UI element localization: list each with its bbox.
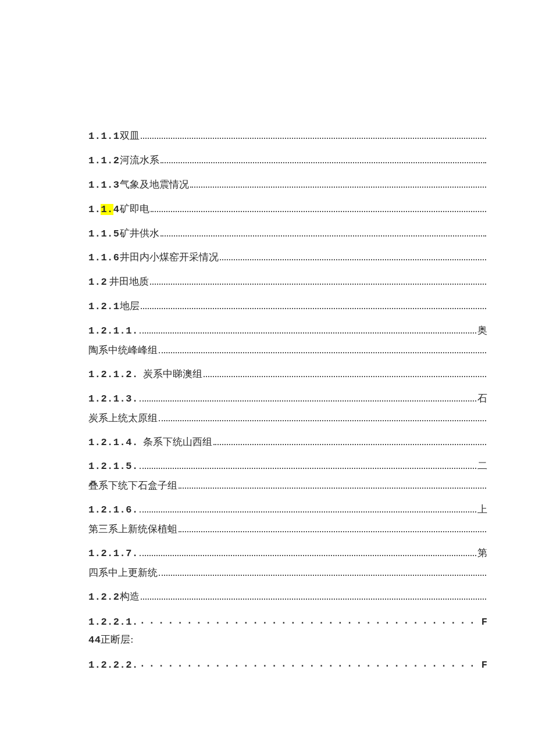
toc-sub-text: 正断层: <box>101 634 133 645</box>
toc-leader-dots <box>159 575 486 576</box>
toc-title: 地层 <box>120 298 140 315</box>
toc-tail: F <box>482 657 487 674</box>
toc-leader-dots <box>140 555 476 556</box>
toc-line: 1.2.1.4. 条系下统山西组 <box>88 434 487 452</box>
toc-leader-dots <box>141 138 486 139</box>
toc-number: 1.1.4 <box>88 202 120 218</box>
toc-leader-dots <box>159 420 486 421</box>
highlighted-text: 1. <box>101 204 113 215</box>
toc-number: 1.2.1.7. <box>88 546 138 562</box>
toc-continuation-line: 第三系上新统保植蛆 <box>88 521 487 538</box>
toc-leader-dots <box>204 376 486 377</box>
toc-entry: 1.2.1.3.石炭系上统太原组 <box>88 390 487 427</box>
toc-entry: 1.2.2.1.F44正断层: <box>88 613 487 649</box>
toc-leader-dots <box>140 468 476 469</box>
toc-line: 1.2.1.2. 炭系中睇澳组 <box>88 366 487 384</box>
toc-entry: 1.1.6井田内小煤窑开采情况 <box>88 249 487 267</box>
toc-tail: 二 <box>477 458 487 475</box>
toc-number: 1.1.5 <box>88 226 120 243</box>
toc-number: 1.2.2 <box>88 589 120 606</box>
toc-entry: 1.2.2构造 <box>88 589 487 606</box>
toc-entry: 1.2.1.4. 条系下统山西组 <box>88 434 487 452</box>
toc-entry: 1.2 井田地质 <box>88 274 487 291</box>
toc-number: 1.2.1.6. <box>88 502 138 519</box>
toc-line: 1.2.1.7.第 <box>88 545 487 562</box>
toc-entry: 1.1.3气象及地震情况 <box>88 177 487 194</box>
toc-tail: F <box>482 614 487 631</box>
toc-entry: 1.1.4矿即电 <box>88 201 487 218</box>
toc-line: 1.2.2.1.F <box>88 613 487 631</box>
toc-line: 1.1.4矿即电 <box>88 201 487 218</box>
toc-number: 1.2 <box>88 274 107 291</box>
toc-entry: 1.1.2河流水系 <box>88 152 487 170</box>
toc-title: 条系下统山西组 <box>138 434 213 451</box>
toc-title: 双皿 <box>120 128 140 145</box>
toc-line: 1.2.1.5.二 <box>88 458 487 475</box>
toc-leader-dots <box>160 162 486 163</box>
toc-continuation-line: 叠系下统下石盒子组 <box>88 478 487 495</box>
toc-number: 1.2.2.1. <box>88 614 138 631</box>
toc-leader-dots <box>140 613 480 625</box>
toc-leader-dots <box>141 599 486 600</box>
toc-page: 1.1.1双皿1.1.2河流水系1.1.3气象及地震情况1.1.4矿即电1.1.… <box>0 0 535 756</box>
toc-leader-dots <box>179 531 486 532</box>
toc-number: 1.2.1.4. <box>88 435 138 452</box>
toc-title: 矿即电 <box>120 201 149 218</box>
toc-leader-dots <box>213 444 486 445</box>
toc-title: 井田内小煤窑开采情况 <box>120 249 219 266</box>
toc-continuation-text: 四系中上更新统 <box>88 565 158 582</box>
toc-tail: 上 <box>477 501 487 518</box>
toc-number: 1.2.1.2. <box>88 367 138 384</box>
toc-number: 1.2.1.3. <box>88 391 138 408</box>
toc-title: 矿井供水 <box>120 225 159 242</box>
toc-title: 构造 <box>120 589 140 605</box>
toc-title: 气象及地震情况 <box>120 177 189 194</box>
toc-leader-dots <box>140 400 476 402</box>
toc-number: 1.1.3 <box>88 177 120 194</box>
toc-tail: 石 <box>477 390 487 407</box>
toc-continuation-text: 炭系上统太原组 <box>88 410 158 427</box>
toc-sub-line: 44正断层: <box>88 632 487 649</box>
toc-title: 炭系中睇澳组 <box>138 366 203 383</box>
toc-entry: 1.2.1.7.第四系中上更新统 <box>88 545 487 582</box>
toc-line: 1.1.6井田内小煤窑开采情况 <box>88 249 487 267</box>
toc-number: 1.1.1 <box>88 128 120 145</box>
toc-line: 1.2 井田地质 <box>88 274 487 291</box>
toc-leader-dots <box>179 488 486 489</box>
toc-number: 1.2.1.1. <box>88 323 138 340</box>
toc-line: 1.2.2.2.F <box>88 656 487 674</box>
toc-continuation-text: 陶系中统峰峰组 <box>88 342 158 359</box>
toc-leader-dots <box>140 332 476 334</box>
toc-entry: 1.2.1.2. 炭系中睇澳组 <box>88 366 487 384</box>
toc-entry: 1.2.2.2.F <box>88 656 487 674</box>
toc-tail: 奥 <box>477 323 487 339</box>
toc-entry: 1.1.1双皿 <box>88 128 487 145</box>
toc-leader-dots <box>190 187 486 188</box>
toc-continuation-line: 炭系上统太原组 <box>88 410 487 427</box>
toc-line: 1.1.5矿井供水 <box>88 225 487 243</box>
toc-title: 井田地质 <box>107 274 149 291</box>
toc-tail: 第 <box>477 545 487 562</box>
toc-line: 1.2.1.3.石 <box>88 390 487 408</box>
toc-line: 1.1.1双皿 <box>88 128 487 145</box>
toc-leader-dots <box>150 284 486 285</box>
toc-number: 1.2.1 <box>88 299 120 316</box>
toc-continuation-line: 四系中上更新统 <box>88 565 487 582</box>
toc-leader-dots <box>140 656 480 668</box>
toc-leader-dots <box>140 511 476 513</box>
toc-line: 1.2.1.6.上 <box>88 501 487 519</box>
toc-leader-dots <box>220 259 486 260</box>
toc-line: 1.1.2河流水系 <box>88 152 487 170</box>
toc-number: 1.2.2.2. <box>88 657 138 674</box>
toc-number: 1.1.6 <box>88 250 120 267</box>
toc-leader-dots <box>151 211 486 212</box>
toc-entry: 1.2.1.1.奥陶系中统峰峰组 <box>88 323 487 359</box>
toc-line: 1.2.2构造 <box>88 589 487 606</box>
toc-number: 1.1.2 <box>88 153 120 170</box>
toc-line: 1.2.1.1.奥 <box>88 323 487 340</box>
toc-leader-dots <box>141 308 486 309</box>
toc-title: 河流水系 <box>120 152 159 169</box>
toc-container: 1.1.1双皿1.1.2河流水系1.1.3气象及地震情况1.1.4矿即电1.1.… <box>88 128 487 674</box>
toc-continuation-line: 陶系中统峰峰组 <box>88 342 487 359</box>
toc-entry: 1.2.1.5.二叠系下统下石盒子组 <box>88 458 487 495</box>
